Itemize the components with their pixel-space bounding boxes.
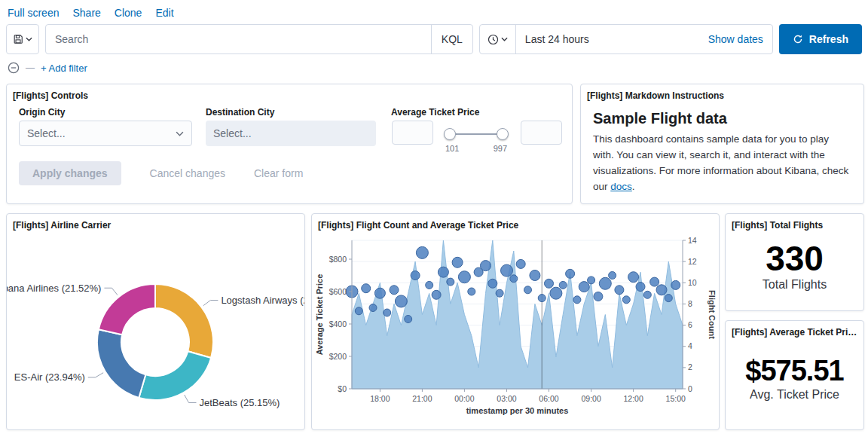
ticket-price-bubble[interactable]	[468, 288, 475, 295]
ticket-price-bubble[interactable]	[599, 277, 611, 289]
ticket-price-bubble[interactable]	[622, 296, 630, 304]
ticket-price-bubble[interactable]	[594, 292, 603, 301]
x-axis-tick: 21:00	[412, 394, 432, 403]
pie-slice-label: ES-Air (23.94%)	[14, 371, 85, 383]
price-max-input[interactable]	[521, 121, 562, 145]
ticket-price-bubble[interactable]	[573, 296, 581, 304]
ticket-price-bubble[interactable]	[530, 270, 540, 281]
ticket-price-bubble[interactable]	[650, 277, 659, 286]
left-axis-tick: $200	[329, 352, 347, 361]
ticket-price-bubble[interactable]	[579, 282, 589, 292]
ticket-price-bubble[interactable]	[458, 271, 470, 283]
avg-ticket-price-value: $575.51	[726, 356, 863, 387]
ticket-price-bubble[interactable]	[362, 284, 371, 293]
edit-link[interactable]: Edit	[155, 7, 173, 19]
ticket-price-bubble[interactable]	[588, 277, 595, 284]
ticket-price-bubble[interactable]	[369, 304, 377, 312]
ticket-price-bubble[interactable]	[510, 275, 518, 283]
label-leader-line	[185, 395, 197, 403]
ticket-price-bubble[interactable]	[432, 290, 441, 299]
origin-city-placeholder: Select...	[27, 127, 66, 139]
show-dates-link[interactable]: Show dates	[708, 33, 772, 45]
right-axis-tick: 0	[688, 384, 692, 393]
pie-slice[interactable]	[97, 329, 145, 398]
clone-link[interactable]: Clone	[115, 7, 142, 19]
ticket-price-bubble[interactable]	[524, 286, 532, 294]
ticket-price-bubble[interactable]	[665, 295, 672, 302]
pie-slice[interactable]	[139, 351, 211, 400]
add-filter-link[interactable]: + Add filter	[41, 63, 87, 74]
ticket-price-bubble[interactable]	[390, 286, 399, 295]
ticket-price-bubble[interactable]	[566, 269, 575, 278]
label-leader-line	[104, 288, 118, 295]
ticket-price-bubble[interactable]	[481, 261, 491, 271]
avg-ticket-price-label: Avg. Ticket Price	[726, 388, 863, 402]
clear-form-button[interactable]: Clear form	[254, 167, 303, 179]
share-link[interactable]: Share	[72, 7, 100, 19]
ticket-price-bubble[interactable]	[643, 291, 651, 298]
ticket-price-bubble[interactable]	[671, 280, 680, 289]
ticket-price-bubble[interactable]	[496, 289, 503, 297]
ticket-price-bubble[interactable]	[615, 286, 624, 295]
cancel-changes-button[interactable]: Cancel changes	[150, 167, 225, 179]
refresh-button[interactable]: Refresh	[779, 24, 862, 54]
kql-syntax-button[interactable]: KQL	[431, 25, 472, 53]
search-input[interactable]	[46, 33, 431, 45]
ticket-price-bubble[interactable]	[426, 281, 433, 289]
ticket-price-bubble[interactable]	[416, 246, 428, 258]
pie-slice[interactable]	[155, 284, 213, 358]
x-axis-tick: 18:00	[370, 394, 390, 403]
ticket-price-bubble[interactable]	[384, 309, 391, 316]
full-screen-link[interactable]: Full screen	[8, 7, 59, 19]
ticket-price-bubble[interactable]	[656, 285, 667, 295]
dashboard-grid: [Flights] Controls Origin City Select...…	[0, 79, 868, 439]
ticket-price-bubble[interactable]	[488, 279, 497, 288]
ticket-price-bubble[interactable]	[438, 267, 448, 277]
slider-handle-min[interactable]	[444, 128, 456, 140]
ticket-price-bubble[interactable]	[628, 272, 639, 283]
panel-title: [Flights] Controls	[7, 84, 572, 101]
filter-divider: —	[26, 63, 35, 73]
panel-title: [Flights] Flight Count and Average Ticke…	[312, 214, 719, 231]
ticket-price-bubble[interactable]	[411, 271, 420, 280]
filter-options-icon[interactable]	[8, 62, 20, 74]
left-axis-title: Average Ticket Price	[315, 274, 324, 356]
top-nav: Full screen Share Clone Edit	[0, 0, 868, 22]
pie-slice[interactable]	[99, 284, 155, 335]
origin-city-select[interactable]: Select...	[19, 121, 192, 146]
ticket-price-bubble[interactable]	[501, 264, 513, 277]
date-picker: Last 24 hours Show dates	[479, 24, 773, 54]
right-axis-tick: 14	[688, 236, 697, 245]
ticket-price-bubble[interactable]	[355, 307, 362, 315]
ticket-price-bubble[interactable]	[538, 295, 546, 302]
chevron-down-icon	[176, 131, 184, 136]
ticket-price-bubble[interactable]	[405, 316, 412, 323]
right-axis-tick: 10	[688, 278, 697, 287]
airline-carrier-donut-chart[interactable]: Logstash Airways (29.39%)JetBeats (25.15…	[7, 231, 304, 429]
ticket-price-bubble[interactable]	[516, 259, 525, 268]
ticket-price-bubble[interactable]	[559, 281, 567, 289]
x-axis-tick: 03:00	[497, 394, 516, 403]
ticket-price-bubble[interactable]	[395, 295, 407, 307]
price-min-input[interactable]	[392, 121, 433, 145]
ticket-price-bubble[interactable]	[550, 287, 562, 299]
ticket-price-bubble[interactable]	[374, 288, 385, 298]
time-range-value[interactable]: Last 24 hours	[516, 33, 598, 45]
panel-title: [Flights] Average Ticket Price	[726, 321, 863, 338]
panel-title: [Flights] Total Flights	[726, 214, 863, 231]
ticket-price-bubble[interactable]	[609, 272, 616, 280]
left-axis-tick: $400	[329, 319, 347, 328]
docs-link[interactable]: docs	[610, 181, 632, 192]
price-range-slider: 101 997	[447, 124, 506, 154]
apply-changes-button[interactable]: Apply changes	[19, 161, 121, 185]
price-min-value: 101	[445, 144, 459, 153]
saved-query-menu-button[interactable]	[6, 24, 39, 54]
ticket-price-bubble[interactable]	[447, 278, 454, 286]
slider-handle-max[interactable]	[497, 128, 509, 140]
destination-city-select[interactable]: Select...	[206, 121, 376, 146]
time-quick-menu-button[interactable]	[480, 25, 516, 53]
ticket-price-bubble[interactable]	[636, 283, 645, 292]
ticket-price-bubble[interactable]	[545, 279, 554, 288]
ticket-price-bubble[interactable]	[452, 257, 463, 267]
flight-count-price-chart[interactable]: $0$200$400$600$8000246810121418:0021:000…	[312, 229, 719, 428]
